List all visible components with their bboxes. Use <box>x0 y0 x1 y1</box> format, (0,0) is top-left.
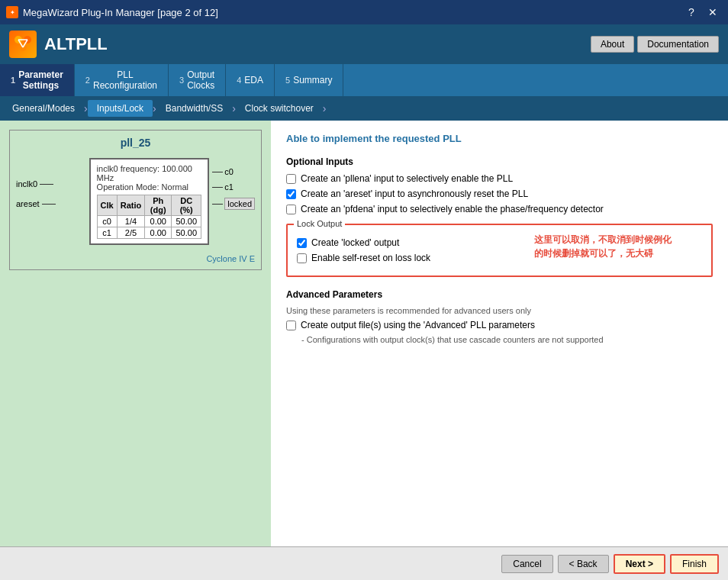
advanced-note: - Configurations with output clock(s) th… <box>301 335 713 344</box>
checkbox-areset[interactable] <box>286 189 296 199</box>
logo-icon <box>9 31 37 58</box>
lock-annotation: 这里可以取消，不取消到时候例化 的时候删掉就可以了，无大碍 <box>534 233 702 260</box>
pll-frequency: inclk0 frequency: 100.000 MHz <box>97 164 202 182</box>
table-header-ratio: Ratio <box>117 195 145 216</box>
output-c0: c0 <box>212 167 255 176</box>
bottom-bar: Cancel < Back Next > Finish <box>0 546 728 580</box>
checkbox-pfdena-row: Create an 'pfdena' input to selectively … <box>286 204 713 214</box>
status-text: Able to implement the requested PLL <box>286 133 713 144</box>
next-button[interactable]: Next > <box>614 554 665 574</box>
lock-output-section: Lock Output Create 'locked' output Enabl… <box>286 224 713 277</box>
tab-parameter-settings[interactable]: 1 ParameterSettings <box>0 64 75 96</box>
input-areset: areset <box>16 199 56 208</box>
pll-clock-table: Clk Ratio Ph (dg) DC (%) c0 1/4 0.00 <box>97 195 202 239</box>
tab-navigation: 1 ParameterSettings 2 PLLReconfiguration… <box>0 64 728 96</box>
table-row: c1 2/5 0.00 50.00 <box>97 227 201 239</box>
documentation-button[interactable]: Documentation <box>637 36 719 53</box>
checkbox-advanced-row: Create output file(s) using the 'Advance… <box>286 320 713 330</box>
checkbox-locked-row: Create 'locked' output <box>297 237 527 248</box>
checkbox-self-reset-label[interactable]: Enable self-reset on loss lock <box>311 253 430 263</box>
subtab-general-modes[interactable]: General/Modes <box>3 100 84 117</box>
app-header: ALTPLL About Documentation <box>0 24 728 64</box>
advanced-parameters-section: Advanced Parameters Using these paramete… <box>286 289 713 344</box>
lock-output-checkboxes: Create 'locked' output Enable self-reset… <box>297 233 527 268</box>
subtab-clock-switchover[interactable]: Clock switchover <box>236 100 323 117</box>
left-panel: pll_25 inclk0 areset inclk0 frequenc <box>0 121 271 546</box>
help-button[interactable]: ? <box>682 5 701 20</box>
output-locked: locked <box>212 198 255 210</box>
tab-eda[interactable]: 4 EDA <box>226 64 275 96</box>
subtab-inputs-lock[interactable]: Inputs/Lock <box>88 100 153 117</box>
checkbox-areset-label[interactable]: Create an 'areset' input to asynchronous… <box>301 188 528 199</box>
input-inclk0: inclk0 <box>16 179 56 188</box>
lock-output-title: Lock Output <box>294 219 345 228</box>
right-panel: Able to implement the requested PLL Opti… <box>271 121 728 546</box>
annotation-line2: 的时候删掉就可以了，无大碍 <box>534 248 653 259</box>
optional-inputs-title: Optional Inputs <box>286 156 713 167</box>
checkbox-pfdena[interactable] <box>286 205 296 214</box>
checkbox-pllena-label[interactable]: Create an 'pllena' input to selectively … <box>301 173 513 184</box>
checkbox-pllena[interactable] <box>286 174 296 184</box>
output-c1: c1 <box>212 182 255 192</box>
checkbox-advanced-create[interactable] <box>286 321 296 330</box>
checkbox-advanced-create-label[interactable]: Create output file(s) using the 'Advance… <box>301 320 535 330</box>
close-button[interactable]: ✕ <box>704 5 722 20</box>
table-header-dc: DC (%) <box>172 195 201 216</box>
checkbox-areset-row: Create an 'areset' input to asynchronous… <box>286 188 713 199</box>
arrow-icon-4: › <box>323 102 327 114</box>
device-label: Cyclone IV E <box>16 254 255 263</box>
advanced-title: Advanced Parameters <box>286 289 713 300</box>
window-title: MegaWizard Plug-In Manager [page 2 of 12… <box>23 7 218 18</box>
finish-button[interactable]: Finish <box>670 554 719 574</box>
pll-mode: Operation Mode: Normal <box>97 182 202 192</box>
pll-info-box: inclk0 frequency: 100.000 MHz Operation … <box>89 158 210 245</box>
about-button[interactable]: About <box>591 36 634 53</box>
table-row: c0 1/4 0.00 50.00 <box>97 216 201 227</box>
checkbox-locked[interactable] <box>297 238 307 248</box>
sub-navigation: General/Modes › Inputs/Lock › Bandwidth/… <box>0 96 728 121</box>
subtab-bandwidth-ss[interactable]: Bandwidth/SS <box>156 100 232 117</box>
checkbox-pllena-row: Create an 'pllena' input to selectively … <box>286 173 713 184</box>
tab-pll-reconfiguration[interactable]: 2 PLLReconfiguration <box>75 64 169 96</box>
annotation-line1: 这里可以取消，不取消到时候例化 <box>534 234 672 245</box>
header-buttons: About Documentation <box>591 36 719 53</box>
back-button[interactable]: < Back <box>558 555 609 573</box>
app-icon: ✦ <box>6 6 18 18</box>
checkbox-self-reset-row: Enable self-reset on loss lock <box>297 253 527 263</box>
tab-output-clocks[interactable]: 3 OutputClocks <box>169 64 226 96</box>
tab-summary[interactable]: 5 Summary <box>275 64 343 96</box>
cancel-button[interactable]: Cancel <box>501 555 552 573</box>
lock-output-content: Create 'locked' output Enable self-reset… <box>297 233 702 268</box>
main-content: pll_25 inclk0 areset inclk0 frequenc <box>0 121 728 546</box>
table-header-clk: Clk <box>97 195 117 216</box>
app-name: ALTPLL <box>44 34 108 54</box>
checkbox-locked-label[interactable]: Create 'locked' output <box>311 237 399 248</box>
title-bar: ✦ MegaWizard Plug-In Manager [page 2 of … <box>0 0 728 24</box>
checkbox-self-reset[interactable] <box>297 253 307 263</box>
advanced-description: Using these parameters is recommended fo… <box>286 306 713 315</box>
checkbox-pfdena-label[interactable]: Create an 'pfdena' input to selectively … <box>301 204 604 214</box>
pll-diagram: pll_25 inclk0 areset inclk0 frequenc <box>9 130 262 270</box>
table-header-ph: Ph (dg) <box>145 195 172 216</box>
pll-diagram-title: pll_25 <box>16 137 255 149</box>
app-logo: ALTPLL <box>9 31 108 58</box>
